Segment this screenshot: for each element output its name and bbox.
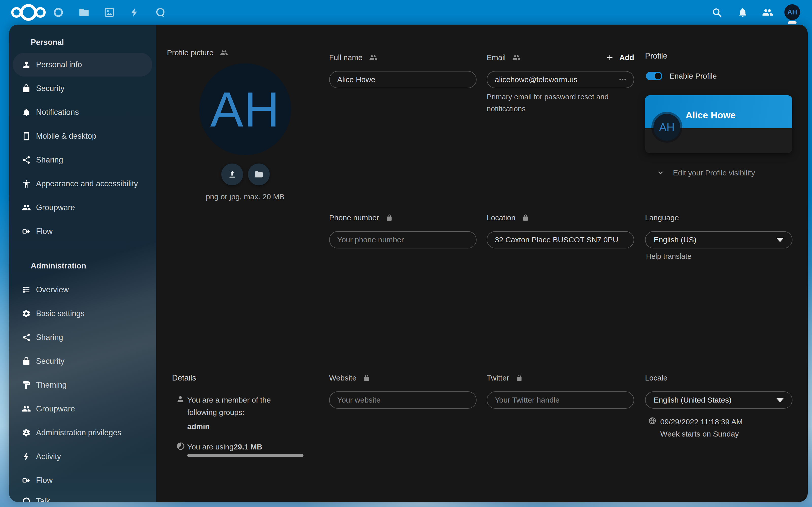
- sidebar-item-label: Theming: [36, 381, 67, 390]
- search-icon[interactable]: [709, 0, 724, 24]
- sidebar-item-mobile-desktop[interactable]: Mobile & desktop: [13, 124, 152, 148]
- location-label-row: Location: [487, 212, 529, 224]
- sidebar-item-label: Talk: [36, 497, 50, 502]
- help-translate-link[interactable]: Help translate: [646, 250, 692, 263]
- person-icon: [22, 60, 31, 69]
- add-email-label: Add: [619, 53, 634, 62]
- sidebar-item-activity[interactable]: Activity: [13, 445, 152, 468]
- scope-people-icon[interactable]: [512, 54, 520, 62]
- list-icon: [22, 285, 31, 294]
- twitter-input[interactable]: [487, 391, 634, 409]
- lock-icon: [22, 357, 31, 366]
- profile-picture-label: Profile picture: [167, 48, 213, 57]
- sidebar-item-label: Security: [36, 84, 64, 93]
- sidebar-item-admin-flow[interactable]: Flow: [13, 468, 152, 492]
- sidebar-item-label: Sharing: [36, 155, 63, 165]
- locale-select[interactable]: English (United States): [645, 391, 793, 409]
- quota-value: 29.1 MB: [234, 443, 262, 451]
- enable-profile-toggle[interactable]: [646, 72, 662, 80]
- location-label: Location: [487, 214, 515, 222]
- edit-profile-visibility[interactable]: Edit your Profile visibility: [657, 167, 755, 179]
- select-caret-icon: [776, 398, 784, 402]
- group-membership-text: You are a member of the following groups…: [187, 394, 275, 418]
- paint-roller-icon: [22, 381, 31, 390]
- sidebar-heading-personal: Personal: [31, 36, 64, 49]
- lock-icon[interactable]: [516, 375, 523, 382]
- sidebar-item-label: Overview: [36, 285, 69, 294]
- phone-label: Phone number: [329, 214, 379, 222]
- user-avatar[interactable]: AH: [784, 4, 800, 20]
- sidebar-item-basic-settings[interactable]: Basic settings: [13, 302, 152, 326]
- scope-people-icon[interactable]: [220, 49, 228, 57]
- language-value: English (US): [654, 235, 696, 244]
- sidebar-item-overview[interactable]: Overview: [13, 278, 152, 302]
- language-label-row: Language: [645, 212, 679, 224]
- scope-people-icon[interactable]: [369, 54, 377, 62]
- sidebar-item-label: Flow: [36, 476, 53, 485]
- sidebar-item-admin-security[interactable]: Security: [13, 349, 152, 373]
- contacts-icon[interactable]: [760, 0, 775, 24]
- email-label-row: Email Add: [487, 51, 634, 64]
- sidebar-item-notifications[interactable]: Notifications: [13, 100, 152, 124]
- lock-icon[interactable]: [363, 375, 370, 382]
- sidebar-item-security[interactable]: Security: [13, 76, 152, 100]
- group-name: admin: [187, 420, 210, 433]
- sidebar-item-label: Administration privileges: [36, 428, 121, 437]
- app-content-container: Personal Personal info Security Notifica…: [9, 24, 808, 502]
- edit-profile-visibility-label: Edit your Profile visibility: [673, 169, 755, 177]
- upload-avatar-button[interactable]: [221, 164, 243, 185]
- add-email-button[interactable]: Add: [606, 53, 634, 62]
- talk-icon[interactable]: [153, 0, 168, 24]
- phone-input[interactable]: [329, 231, 476, 248]
- sidebar-item-personal-info[interactable]: Personal info: [13, 53, 152, 76]
- choose-from-files-button[interactable]: [248, 164, 270, 185]
- lock-icon: [22, 84, 31, 93]
- sidebar-item-groupware[interactable]: Groupware: [13, 196, 152, 220]
- profile-preview-card[interactable]: AH Alice Howe: [645, 95, 792, 153]
- profile-card-name: Alice Howe: [686, 110, 735, 121]
- profile-picture-label-row: Profile picture: [167, 46, 228, 59]
- sidebar-item-administration-privileges[interactable]: Administration privileges: [13, 421, 152, 445]
- sidebar-item-theming[interactable]: Theming: [13, 373, 152, 397]
- sidebar-item-label: Flow: [36, 227, 53, 236]
- sidebar-item-talk[interactable]: Talk: [13, 489, 152, 502]
- full-name-input[interactable]: [329, 71, 476, 88]
- email-actions-icon[interactable]: [618, 71, 627, 88]
- notifications-bell-icon[interactable]: [735, 0, 750, 24]
- full-name-label: Full name: [329, 53, 363, 62]
- avatar-upload-hint: png or jpg, max. 20 MB: [182, 192, 309, 201]
- talk-icon: [22, 497, 31, 502]
- lock-icon[interactable]: [386, 214, 393, 221]
- email-input[interactable]: [487, 71, 634, 88]
- sidebar-item-label: Basic settings: [36, 309, 85, 318]
- quota-progress-bar: [187, 454, 303, 457]
- nextcloud-logo-icon[interactable]: [11, 0, 46, 24]
- dashboard-icon[interactable]: [51, 0, 66, 24]
- share-icon: [22, 155, 31, 165]
- language-select[interactable]: English (US): [645, 231, 793, 248]
- plus-icon: [606, 54, 614, 62]
- sidebar-item-admin-sharing[interactable]: Sharing: [13, 326, 152, 349]
- activity-icon[interactable]: [127, 0, 142, 24]
- people-icon: [22, 203, 31, 212]
- photos-icon[interactable]: [102, 0, 117, 24]
- twitter-label-row: Twitter: [487, 372, 523, 384]
- person-icon: [176, 395, 185, 403]
- website-input[interactable]: [329, 391, 476, 409]
- sidebar-item-appearance-accessibility[interactable]: Appearance and accessibility: [13, 172, 152, 196]
- files-icon[interactable]: [77, 0, 92, 24]
- quota-usage-text: You are using 29.1 MB: [187, 441, 262, 453]
- globe-icon: [648, 416, 657, 425]
- sidebar-item-sharing[interactable]: Sharing: [13, 148, 152, 172]
- sidebar-item-label: Personal info: [36, 60, 82, 69]
- smartphone-icon: [22, 131, 31, 141]
- sidebar-item-flow[interactable]: Flow: [13, 220, 152, 243]
- sidebar-item-admin-groupware[interactable]: Groupware: [13, 397, 152, 421]
- sidebar-heading-administration: Administration: [31, 260, 86, 272]
- settings-active-indicator: [788, 21, 797, 24]
- accessibility-icon: [22, 179, 31, 188]
- lock-icon[interactable]: [522, 214, 529, 221]
- sidebar-item-label: Sharing: [36, 333, 63, 342]
- enable-profile-label: Enable Profile: [669, 72, 717, 80]
- location-input[interactable]: [487, 231, 634, 248]
